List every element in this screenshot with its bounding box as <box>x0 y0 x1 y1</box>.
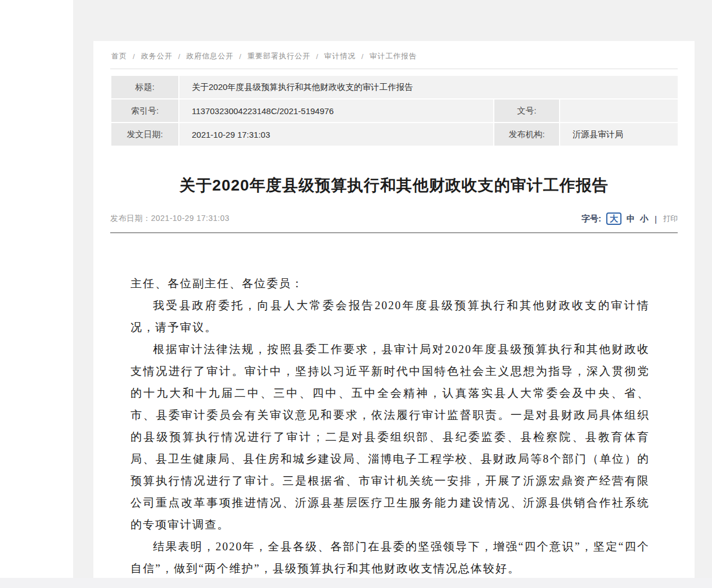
breadcrumb-item-home[interactable]: 首页 <box>111 51 127 61</box>
font-size-small-button[interactable]: 小 <box>640 214 648 224</box>
meta-label-issuing-agency: 发布机构: <box>494 123 559 146</box>
article-paragraph: 根据审计法律法规，按照县委工作要求，县审计局对2020年度县级预算执行和其他财政… <box>130 338 650 536</box>
footer-strip <box>0 578 712 588</box>
breadcrumb-item-audit-report[interactable]: 审计工作报告 <box>369 51 417 61</box>
meta-label-title: 标题: <box>111 76 178 98</box>
page: { "breadcrumb": { "separator": "/", "ite… <box>0 0 712 588</box>
meta-row-index: 索引号: 11370323004223148C/2021-5194976 文号: <box>111 99 678 122</box>
font-size-medium-button[interactable]: 中 <box>627 214 635 224</box>
meta-value-doc-number <box>560 99 678 122</box>
breadcrumb-separator: / <box>133 52 136 61</box>
meta-row-date: 发文日期: 2021-10-29 17:31:03 发布机构: 沂源县审计局 <box>111 123 678 146</box>
breadcrumb-separator: / <box>239 52 242 61</box>
breadcrumb-item-gov-affairs[interactable]: 政务公开 <box>141 51 173 61</box>
meta-label-doc-number: 文号: <box>494 99 559 122</box>
document-meta-table: 标题: 关于2020年度县级预算执行和其他财政收支的审计工作报告 索引号: 11… <box>110 75 679 147</box>
meta-label-issue-date: 发文日期: <box>111 123 178 146</box>
breadcrumb-separator: / <box>316 52 319 61</box>
breadcrumb-item-audit-status[interactable]: 审计情况 <box>325 51 356 61</box>
publish-date-label: 发布日期： <box>110 214 151 223</box>
article-title: 关于2020年度县级预算执行和其他财政收支的审计工作报告 <box>110 175 678 196</box>
breadcrumb-separator: / <box>362 52 364 61</box>
breadcrumb: 首页 / 政务公开 / 政府信息公开 / 重要部署执行公开 / 审计情况 / 审… <box>110 51 678 61</box>
content-card: 首页 / 政务公开 / 政府信息公开 / 重要部署执行公开 / 审计情况 / 审… <box>93 41 695 588</box>
controls-divider: | <box>655 214 657 224</box>
article-divider <box>110 232 678 233</box>
article-paragraph: 我受县政府委托，向县人大常委会报告2020年度县级预算执行和其他财政收支的审计情… <box>130 295 650 338</box>
meta-value-index-number: 11370323004223148C/2021-5194976 <box>179 99 493 122</box>
article-body: 主任、各位副主任、各位委员： 我受县政府委托，向县人大常委会报告2020年度县级… <box>130 273 650 580</box>
article-paragraph: 结果表明，2020年，全县各级、各部门在县委的坚强领导下，增强“四个意识”，坚定… <box>130 536 650 580</box>
breadcrumb-item-key-deployment[interactable]: 重要部署执行公开 <box>247 51 310 61</box>
font-size-label: 字号: <box>582 214 601 224</box>
meta-row-title: 标题: 关于2020年度县级预算执行和其他财政收支的审计工作报告 <box>111 76 678 98</box>
breadcrumb-separator: / <box>178 52 181 61</box>
breadcrumb-divider <box>110 69 678 69</box>
meta-value-title: 关于2020年度县级预算执行和其他财政收支的审计工作报告 <box>179 76 678 98</box>
publish-date-value: 2021-10-29 17:31:03 <box>151 214 230 223</box>
article-meta-row: 发布日期：2021-10-29 17:31:03 字号: 大 中 小 | 打印 <box>110 212 678 225</box>
meta-value-issuing-agency: 沂源县审计局 <box>560 123 678 146</box>
font-size-large-button[interactable]: 大 <box>606 212 621 225</box>
meta-value-issue-date: 2021-10-29 17:31:03 <box>179 123 493 146</box>
breadcrumb-item-gov-info[interactable]: 政府信息公开 <box>186 51 233 61</box>
meta-label-index-number: 索引号: <box>111 99 178 122</box>
font-size-controls: 字号: 大 中 小 | 打印 <box>582 212 678 225</box>
print-button[interactable]: 打印 <box>663 214 678 224</box>
article-paragraph: 主任、各位副主任、各位委员： <box>130 273 650 295</box>
publish-date: 发布日期：2021-10-29 17:31:03 <box>110 214 229 224</box>
